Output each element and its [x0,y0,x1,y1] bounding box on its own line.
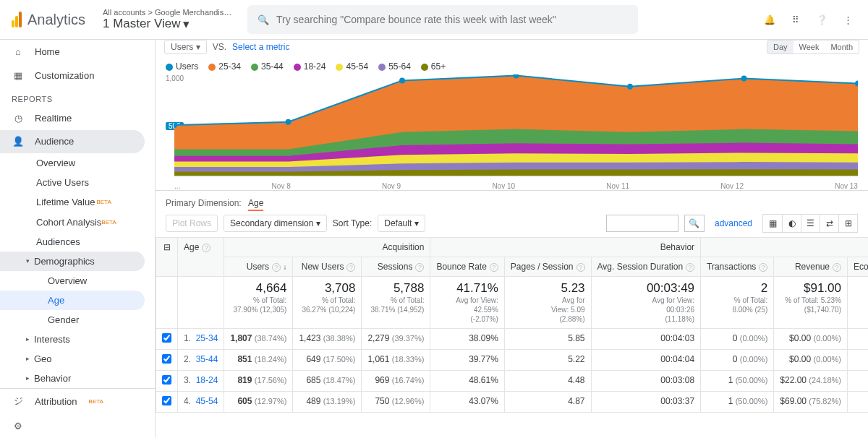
sort-type-selector[interactable]: Default ▾ [378,215,425,232]
bars-view-icon[interactable]: ☰ [801,215,820,232]
secondary-dimension-button[interactable]: Secondary dimension ▾ [224,215,327,232]
chart-point[interactable] [627,84,633,90]
sidebar-item-label: Geo [34,353,52,364]
sidebar-item-label: Audience [35,136,74,147]
col-pages-session[interactable]: Pages / Session? [504,257,591,277]
col-transactions[interactable]: Transactions? [701,257,774,277]
btn-label: Default [384,218,412,228]
sidebar-item-behavior[interactable]: ▸Behavior [0,369,155,388]
metric-selector[interactable]: Users ▾ [164,40,207,54]
search-bar[interactable]: 🔍 [247,5,638,34]
age-link[interactable]: 18-24 [196,375,218,385]
age-link[interactable]: 45-54 [196,396,218,406]
sort-descending-icon: ↓ [283,263,286,271]
chart-point[interactable] [399,77,405,83]
sidebar-item-label: Attribution [35,396,77,407]
person-icon: 👤 [12,136,25,147]
help-icon[interactable]: ? [833,263,841,272]
collapse-toggle[interactable]: ⊟ [156,238,178,277]
primary-dim-value[interactable]: Age [248,198,263,211]
sidebar-item-geo[interactable]: ▸Geo [0,349,155,369]
search-input[interactable] [276,14,628,25]
legend-label: 65+ [431,61,446,72]
help-icon[interactable]: ? [202,244,210,252]
help-icon[interactable]: ? [272,263,281,272]
plot-rows-button[interactable]: Plot Rows [166,215,218,232]
search-icon: 🔍 [258,14,269,25]
col-users[interactable]: Users? ↓ [224,257,293,277]
tab-week[interactable]: Week [793,40,825,53]
sidebar-item-gender[interactable]: Gender [0,310,155,330]
sidebar-item-realtime[interactable]: ◷Realtime [0,106,155,130]
table-row: 1. 25-341,807 (38.74%)1,423 (38.38%)2,27… [156,329,869,350]
col-new-users[interactable]: New Users? [293,257,362,277]
apps-icon[interactable]: ⠿ [787,11,804,28]
row-checkbox[interactable] [162,333,171,343]
sidebar-item-attribution[interactable]: ジAttributionBETA [0,389,155,413]
col-label: New Users [302,262,344,272]
sidebar-item-cohort[interactable]: Cohort AnalysisBETA [0,212,155,232]
sidebar-item-age[interactable]: Age [0,291,145,310]
tab-month[interactable]: Month [825,40,859,53]
chart-point[interactable] [741,76,747,82]
table-view-icon[interactable]: ▦ [763,215,782,232]
expand-icon: ▾ [26,257,30,265]
sidebar-item-active-users[interactable]: Active Users [0,173,155,192]
legend-item: 45-54 [336,61,368,72]
col-sessions[interactable]: Sessions? [362,257,430,277]
sidebar-item-label: Age [48,295,64,306]
product-name: Analytics [27,12,85,28]
sidebar-item-home[interactable]: ⌂Home [0,40,155,64]
row-checkbox[interactable] [162,375,171,385]
account-selector[interactable]: All accounts > Google Merchandise St... … [103,8,233,32]
sidebar-item-label: Behavior [34,373,71,384]
comparison-view-icon[interactable]: ⇄ [820,215,838,232]
tab-day[interactable]: Day [767,40,793,53]
sidebar-item-audience[interactable]: 👤Audience [0,130,145,154]
advanced-link[interactable]: advanced [715,218,752,228]
sidebar-item-customization[interactable]: ▦Customization [0,64,155,87]
pie-view-icon[interactable]: ◐ [782,215,801,232]
help-icon[interactable]: ? [759,263,767,272]
sidebar-item-admin[interactable]: ⚙ [0,413,155,438]
col-avg-duration[interactable]: Avg. Session Duration? [591,257,701,277]
chart[interactable] [174,74,858,176]
x-axis: ...Nov 8Nov 9Nov 10Nov 11Nov 12Nov 13 [174,182,858,190]
sidebar-item-overview[interactable]: Overview [0,153,155,173]
product-logo[interactable]: Analytics [12,12,85,28]
help-icon[interactable]: ? [576,263,585,272]
help-icon[interactable]: ❔ [813,11,830,28]
help-icon[interactable]: ? [346,263,355,272]
notifications-icon[interactable]: 🔔 [761,11,778,28]
sidebar-item-interests[interactable]: ▸Interests [0,330,155,349]
col-group-acquisition: Acquisition [224,238,430,257]
sidebar-item-audiences[interactable]: Audiences [0,232,155,252]
sidebar-item-demographics[interactable]: ▾Demographics [0,252,145,271]
home-icon: ⌂ [12,46,25,57]
sidebar-item-demo-overview[interactable]: Overview [0,271,155,291]
more-icon[interactable]: ⋮ [839,11,856,28]
row-checkbox[interactable] [162,354,171,364]
help-icon[interactable]: ? [490,263,498,272]
table-search-button[interactable]: 🔍 [684,215,705,232]
age-link[interactable]: 35-44 [196,354,218,364]
col-bounce-rate[interactable]: Bounce Rate? [430,257,504,277]
col-ecr[interactable]: Ecommerce Conversion Rate? [848,257,869,277]
col-revenue[interactable]: Revenue? [774,257,848,277]
sidebar-item-label: Overview [48,275,87,286]
sidebar-item-lifetime-value[interactable]: Lifetime ValueBETA [0,192,155,212]
legend-label: Users [176,61,198,72]
sort-type-label: Sort Type: [333,218,372,228]
row-checkbox[interactable] [162,396,171,405]
age-link[interactable]: 25-34 [196,333,218,343]
select-metric-link[interactable]: Select a metric [232,42,289,52]
help-icon[interactable]: ? [686,263,694,272]
chart-point[interactable] [286,119,292,125]
customize-icon: ▦ [12,70,25,81]
table-search-input[interactable] [606,215,678,232]
chart-shell: 1,000 500 ...Nov 8Nov 9Nov 10Nov 11Nov 1… [166,74,858,190]
pivot-view-icon[interactable]: ⊞ [838,215,857,232]
col-age[interactable]: Age? [178,238,224,277]
help-icon[interactable]: ? [415,263,424,272]
primary-dimension-row: Primary Dimension: Age [156,190,868,214]
